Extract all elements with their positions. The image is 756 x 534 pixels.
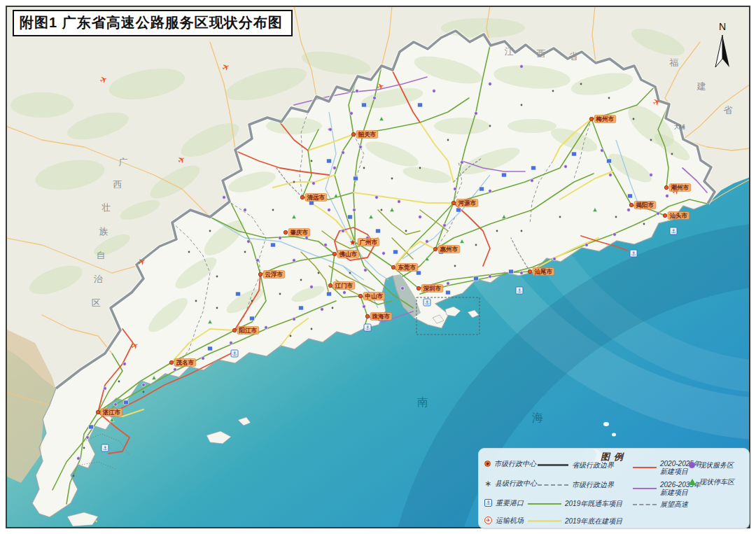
service-area-dot [342,151,345,155]
route-shield [236,292,241,296]
sea-label-char: 海 [532,412,543,423]
offshore-island [603,422,609,426]
service-area-dot [443,224,447,227]
city-label: 茂名市 [176,359,195,366]
service-area-dot [564,165,568,169]
province-label-char: 西 [113,179,122,190]
north-arrow: N [710,21,735,74]
route-shield [376,229,381,233]
service-area-dot [433,90,436,93]
legend-line-swatch [633,467,657,468]
legend-item: 现状停车区 [689,478,734,486]
county-center-dot [391,178,393,180]
terrain-hill [434,118,490,134]
county-center-dot [475,244,477,246]
service-area-dot [398,200,401,204]
county-center-dot [293,181,295,183]
legend-marker-circle [689,462,695,468]
city-label: 江门市 [335,282,354,289]
legend-item-label: 现状停车区 [699,478,734,486]
county-center-dot [363,167,365,169]
legend-item-label: 省级行政边界 [572,461,614,469]
route-shield [271,243,276,247]
route-shield [393,250,398,254]
legend-item: 市级行政中心 [484,460,536,468]
service-area-dot [104,387,107,391]
county-center-dot [332,307,334,309]
city-center-dot [365,314,369,318]
service-area-dot [627,209,631,212]
service-area-dot [363,305,366,309]
anchor-glyph: ⚓ [365,325,370,331]
service-area-dot [382,252,386,255]
city-center-dot [300,195,304,199]
city-center-dot [433,247,437,251]
province-label-char: 福 [669,57,679,68]
service-area-dot [601,149,604,153]
county-center-dot [311,328,313,330]
county-center-dot [521,104,523,106]
service-area-dot [256,259,260,262]
city-label: 河源市 [458,199,477,206]
route-shield [250,316,255,321]
county-center-dot [349,272,351,274]
service-area-dot [77,457,80,461]
city-label: 韶关市 [358,131,377,138]
offshore-island [612,433,616,437]
service-area-dot [265,326,268,330]
service-area-dot [531,179,534,183]
county-center-dot [83,447,85,449]
legend-item: ⚓重要港口 [484,499,524,507]
anchor-glyph: ⚓ [102,445,107,451]
service-area-dot [475,112,478,115]
county-center-dot [209,230,211,232]
anchor-glyph: ⚓ [517,288,522,294]
service-area-dot [114,403,118,407]
legend-item-label: 县级行政中心 [495,479,537,487]
city-label: 珠海市 [372,313,391,320]
route-shield [362,103,367,107]
service-area-dot [333,167,337,170]
service-area-dot [359,146,363,149]
city-label: 广州市 [359,239,378,246]
city-center-dot [451,201,455,204]
service-area-dot [401,287,405,290]
legend-item: 2019年底在建项目 [528,517,622,525]
city-center-dot [663,213,666,217]
service-area-dot [553,258,556,261]
service-area-dot [174,368,177,372]
route-shield [327,292,332,296]
legend: 图例 市级行政中心∗县级行政中心⚓重要港口✈运输机场省级行政边界市级行政边界20… [478,448,750,529]
north-label: N [710,21,735,32]
service-area-dot [373,97,377,100]
city-label: 云浮市 [265,271,284,278]
city-center-dot [232,328,236,332]
route-shield [309,201,314,205]
service-area-dot [343,291,346,295]
county-center-dot [419,167,421,169]
city-label: 阳江市 [239,327,258,334]
service-area-dot [447,282,450,286]
city-label: 汕头市 [669,212,688,219]
anchor-glyph: ⚓ [631,251,636,257]
service-area-dot [419,216,422,219]
service-area-dot [293,318,296,321]
route-shield [89,425,94,429]
city-center-dot [284,230,287,234]
route-shield [479,187,484,191]
legend-line-swatch [528,520,561,522]
legend-airport-icon: ✈ [484,517,492,524]
service-area-dot [244,209,247,212]
route-shield [348,215,353,219]
route-shield [416,271,421,275]
county-center-dot [318,272,320,274]
service-area-dot [293,259,296,262]
service-area-dot [489,190,492,193]
anchor-glyph: ⚓ [424,300,429,306]
city-center-dot [358,294,362,297]
county-center-dot [244,251,246,253]
county-center-dot [454,265,456,267]
figure-title: 附图1 广东省高速公路服务区现状分布图 [13,10,293,36]
service-area-dot [279,237,282,240]
county-center-dot [405,230,407,232]
